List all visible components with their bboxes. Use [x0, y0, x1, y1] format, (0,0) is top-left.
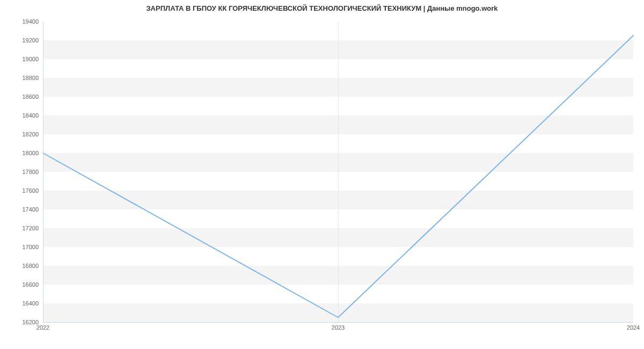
x-axis-line [43, 322, 633, 323]
y-tick-label: 18800 [6, 75, 39, 81]
y-tick-label: 17000 [6, 244, 39, 250]
y-tick-label: 18200 [6, 131, 39, 137]
line-chart: ЗАРПЛАТА В ГБПОУ КК ГОРЯЧЕКЛЮЧЕВСКОЙ ТЕХ… [0, 0, 644, 349]
chart-title: ЗАРПЛАТА В ГБПОУ КК ГОРЯЧЕКЛЮЧЕВСКОЙ ТЕХ… [0, 4, 644, 12]
x-tick-label: 2023 [332, 324, 345, 331]
y-tick-label: 16800 [6, 263, 39, 269]
data-line [43, 21, 633, 322]
y-tick-label: 18600 [6, 93, 39, 100]
y-tick-label: 19400 [6, 18, 39, 25]
y-tick-label: 19000 [6, 56, 39, 62]
y-tick-label: 16400 [6, 300, 39, 307]
y-tick-label: 18400 [6, 112, 39, 119]
plot-area [43, 21, 633, 322]
y-tick-label: 16600 [6, 281, 39, 288]
y-tick-label: 17600 [6, 187, 39, 194]
y-tick-label: 17800 [6, 169, 39, 175]
y-tick-label: 17400 [6, 206, 39, 213]
y-tick-label: 16200 [6, 319, 39, 325]
y-tick-label: 17200 [6, 225, 39, 231]
y-axis-line [43, 21, 43, 322]
y-tick-label: 19200 [6, 37, 39, 43]
y-tick-label: 18000 [6, 150, 39, 156]
x-tick-label: 2024 [627, 324, 640, 331]
x-tick-label: 2022 [36, 324, 49, 331]
